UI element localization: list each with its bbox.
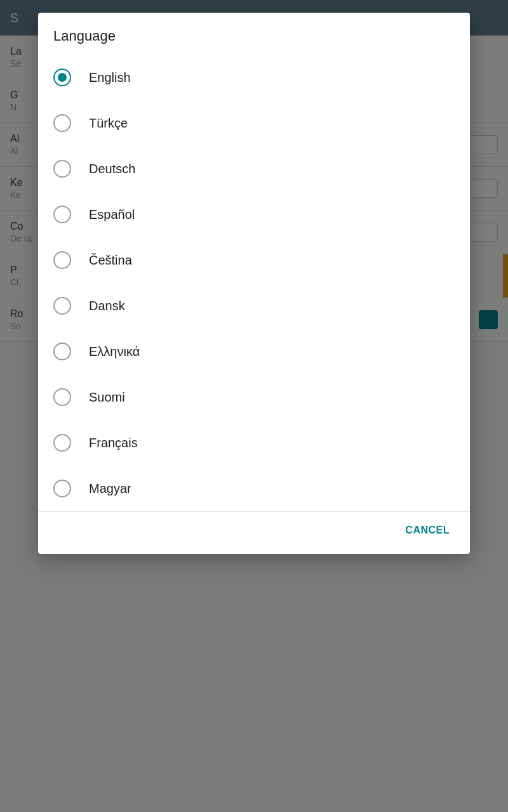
language-label-turkce: Türkçe <box>89 116 128 131</box>
radio-deutsch <box>53 160 71 178</box>
radio-english <box>53 69 71 86</box>
language-option-deutsch[interactable]: Deutsch <box>43 146 465 192</box>
radio-dansk <box>53 297 71 315</box>
radio-inner-english <box>58 73 67 82</box>
radio-ellinika <box>53 343 71 360</box>
language-option-francais[interactable]: Français <box>43 420 465 466</box>
language-option-espanol[interactable]: Español <box>43 192 465 237</box>
language-label-francais: Français <box>89 436 138 450</box>
radio-francais <box>53 434 71 452</box>
language-option-english[interactable]: English <box>43 55 465 100</box>
radio-suomi <box>53 388 71 406</box>
dialog-actions: CANCEL <box>38 511 470 554</box>
radio-turkce <box>53 114 71 132</box>
language-label-deutsch: Deutsch <box>89 162 135 176</box>
language-option-ellinika[interactable]: Ελληνικά <box>43 329 465 374</box>
language-option-dansk[interactable]: Dansk <box>43 283 465 329</box>
language-dialog: Language EnglishTürkçeDeutschEspañolČešt… <box>38 13 470 554</box>
dialog-title: Language <box>38 13 470 55</box>
radio-magyar <box>53 480 71 497</box>
cancel-button[interactable]: CANCEL <box>395 517 460 544</box>
radio-espanol <box>53 206 71 223</box>
language-option-cestina[interactable]: Čeština <box>43 237 465 283</box>
language-label-espanol: Español <box>89 207 135 222</box>
language-option-suomi[interactable]: Suomi <box>43 374 465 420</box>
language-label-suomi: Suomi <box>89 390 125 405</box>
dialog-backdrop: Language EnglishTürkçeDeutschEspañolČešt… <box>0 0 508 812</box>
language-option-magyar[interactable]: Magyar <box>43 466 465 511</box>
language-label-ellinika: Ελληνικά <box>89 344 140 359</box>
language-option-turkce[interactable]: Türkçe <box>43 100 465 146</box>
language-label-english: English <box>89 70 131 85</box>
language-label-dansk: Dansk <box>89 299 125 313</box>
language-label-magyar: Magyar <box>89 481 131 496</box>
language-list: EnglishTürkçeDeutschEspañolČeštinaDanskΕ… <box>38 55 470 511</box>
language-label-cestina: Čeština <box>89 253 132 268</box>
radio-cestina <box>53 251 71 269</box>
